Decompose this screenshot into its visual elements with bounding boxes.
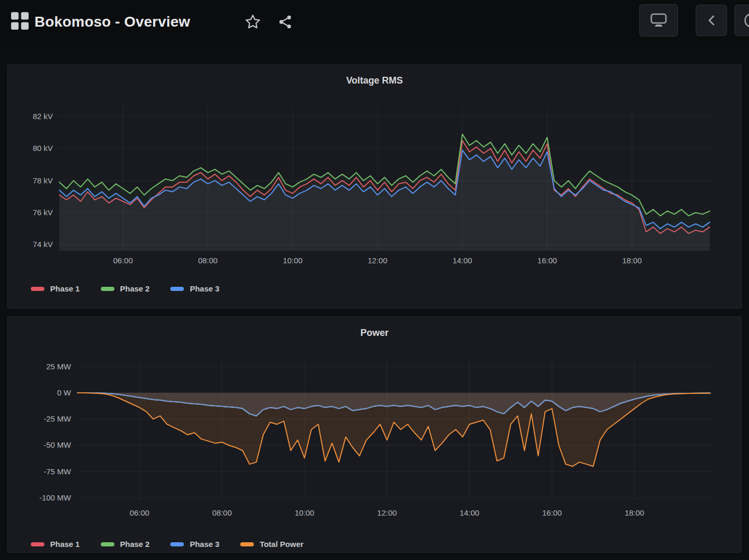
voltage-chart-canvas[interactable]: 82 kV80 kV78 kV76 kV74 kV06:0008:0010:00… (8, 65, 741, 308)
share-icon[interactable] (277, 14, 294, 30)
x-axis-tick-label: 06:00 (121, 508, 158, 518)
x-axis-tick-label: 14:00 (443, 256, 481, 265)
legend-label: Phase 1 (50, 284, 80, 293)
y-axis-tick-label: 76 kV (8, 208, 53, 217)
dashboard-header: Bokomoso - Overview (0, 0, 749, 48)
legend-label: Phase 3 (190, 284, 219, 293)
voltage-rms-panel: Voltage RMS 82 kV80 kV78 kV76 kV74 kV06:… (7, 64, 742, 309)
series-area-total-power (78, 393, 710, 466)
legend-swatch (31, 542, 44, 546)
legend-item-phase-1[interactable]: Phase 1 (31, 284, 80, 293)
x-axis-tick-label: 18:00 (613, 256, 651, 265)
power-chart-canvas[interactable]: 25 MW0 W-25 MW-50 MW-75 MW-100 MW06:0008… (8, 317, 741, 552)
x-axis-tick-label: 10:00 (286, 508, 323, 518)
x-axis-tick-label: 08:00 (189, 256, 227, 265)
legend-label: Phase 2 (120, 284, 150, 293)
legend-label: Phase 1 (50, 540, 80, 549)
y-axis-tick-label: -75 MW (8, 467, 71, 476)
series-area-phase-3 (60, 150, 710, 251)
tv-mode-button[interactable] (639, 4, 678, 37)
legend-label: Phase 2 (120, 540, 150, 549)
clock-icon (743, 11, 749, 29)
y-axis-tick-label: 78 kV (8, 176, 53, 185)
y-axis-tick-label: 0 W (8, 388, 71, 398)
legend-swatch (101, 542, 114, 546)
time-range-picker-button[interactable] (734, 5, 749, 36)
x-axis-tick-label: 16:00 (533, 508, 571, 518)
dashboards-grid-icon[interactable] (10, 11, 29, 30)
legend-label: Total Power (260, 540, 303, 549)
legend-label: Phase 3 (190, 540, 219, 549)
y-axis-tick-label: -100 MW (8, 493, 71, 503)
y-axis-tick-label: 82 kV (8, 112, 53, 121)
x-axis-tick-label: 16:00 (529, 256, 566, 265)
y-axis-tick-label: 25 MW (8, 362, 71, 371)
x-axis-tick-label: 08:00 (203, 508, 241, 518)
x-axis-tick-label: 12:00 (368, 508, 406, 518)
tv-icon (649, 12, 668, 29)
legend-item-total-power[interactable]: Total Power (240, 540, 303, 549)
y-axis-tick-label: -50 MW (8, 440, 71, 450)
x-axis-tick-label: 14:00 (451, 508, 488, 518)
chevron-left-icon (707, 15, 716, 26)
y-axis-tick-label: 80 kV (8, 144, 53, 153)
x-axis-tick-label: 12:00 (359, 256, 396, 265)
y-axis-tick-label: 74 kV (8, 240, 53, 249)
legend-swatch (170, 287, 184, 291)
chart-legend: Phase 1Phase 2Phase 3Total Power (31, 540, 324, 549)
legend-item-phase-2[interactable]: Phase 2 (101, 540, 150, 549)
legend-swatch (31, 287, 44, 291)
time-shift-back-button[interactable] (696, 5, 727, 36)
y-axis-tick-label: -25 MW (8, 414, 71, 424)
x-axis-tick-label: 06:00 (104, 256, 142, 265)
dashboard-title: Bokomoso - Overview (34, 10, 190, 33)
x-axis-tick-label: 18:00 (616, 508, 653, 518)
legend-swatch (240, 542, 254, 546)
chart-plot[interactable] (8, 65, 741, 308)
star-icon[interactable] (244, 14, 261, 30)
legend-swatch (170, 542, 184, 546)
legend-item-phase-3[interactable]: Phase 3 (170, 284, 219, 293)
chart-legend: Phase 1Phase 2Phase 3 (31, 284, 240, 293)
legend-swatch (101, 287, 114, 291)
legend-item-phase-2[interactable]: Phase 2 (101, 284, 150, 293)
power-panel: Power 25 MW0 W-25 MW-50 MW-75 MW-100 MW0… (7, 317, 742, 553)
x-axis-tick-label: 10:00 (274, 256, 311, 265)
legend-item-phase-3[interactable]: Phase 3 (170, 540, 219, 549)
legend-item-phase-1[interactable]: Phase 1 (31, 540, 80, 549)
